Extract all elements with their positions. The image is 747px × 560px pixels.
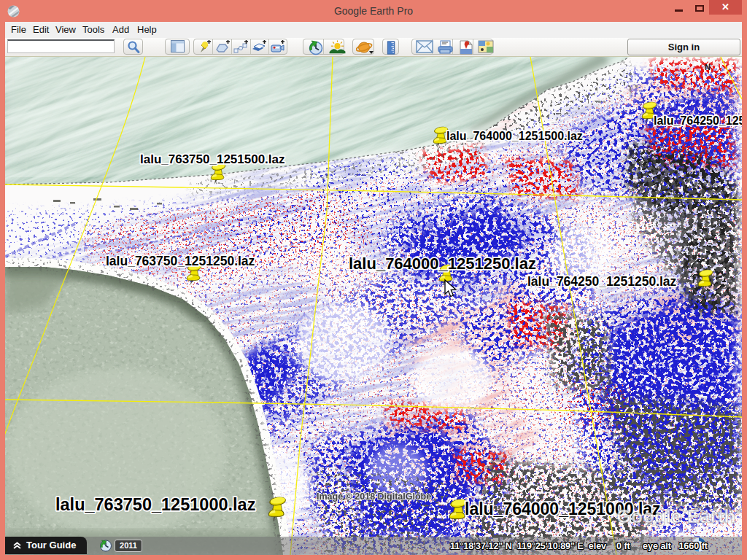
- svg-text:lalu_764000_1251250.laz: lalu_764000_1251250.laz: [349, 254, 536, 273]
- svg-text:lalu_763750_1251250.laz: lalu_763750_1251250.laz: [106, 254, 255, 268]
- svg-text:lalu_763750_1251500.laz: lalu_763750_1251500.laz: [140, 152, 285, 166]
- svg-text:lalu_764000_1251500.laz: lalu_764000_1251500.laz: [446, 130, 583, 142]
- svg-text:lalu_764250_1251500.laz: lalu_764250_1251500.laz: [654, 114, 742, 127]
- svg-text:lalu_764250_1251250.laz: lalu_764250_1251250.laz: [527, 274, 677, 289]
- svg-text:Image © 2018 DigitalGlobe: Image © 2018 DigitalGlobe: [317, 491, 431, 502]
- svg-text:lalu_763750_1251000.laz: lalu_763750_1251000.laz: [55, 495, 255, 514]
- svg-text:Google Earth: Google Earth: [616, 505, 735, 527]
- svg-text:N: N: [705, 63, 711, 71]
